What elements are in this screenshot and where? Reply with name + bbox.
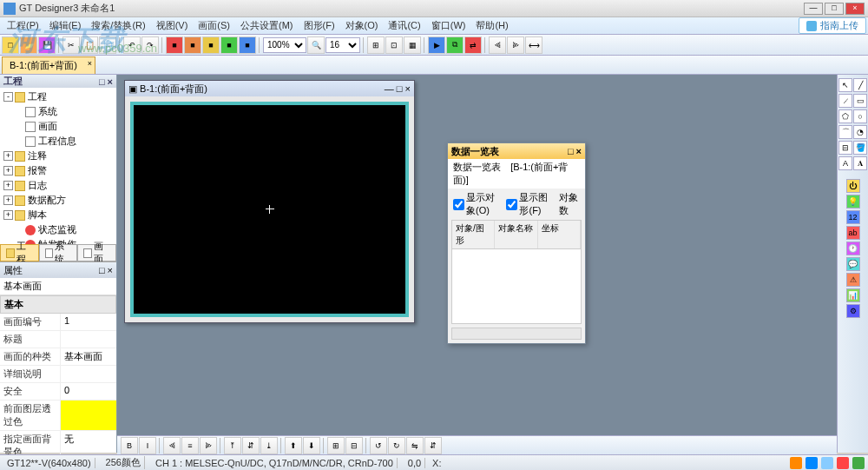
project-tree[interactable]: -工程系统画面工程信息+注释+报警+日志+数据配方+脚本状态监视触发动作时间动作… [0, 88, 116, 244]
minimize-button[interactable]: — [804, 3, 823, 15]
property-row[interactable]: 安全0 [0, 383, 116, 400]
logo-text-tool[interactable]: 𝐀 [853, 156, 867, 170]
tree-node[interactable]: +脚本 [2, 208, 115, 222]
tree-node[interactable]: -工程 [2, 89, 115, 104]
align-left-button[interactable]: ⫷ [163, 437, 181, 454]
align-center-button[interactable]: ≡ [181, 437, 199, 454]
data-list-table[interactable]: 对象/图形 对象名称 坐标 [451, 220, 582, 324]
project-panel-pin[interactable]: □ × [99, 76, 113, 87]
properties-pin[interactable]: □ × [99, 265, 113, 275]
screen-editor-window[interactable]: ▣ B-1:(前面+背面) — □ × [124, 80, 415, 323]
property-value[interactable] [61, 366, 116, 382]
redo-button[interactable]: ↷ [141, 36, 159, 54]
tray-icon-3[interactable] [821, 457, 833, 469]
tree-node[interactable]: 工程信息 [2, 134, 115, 149]
menu-item-10[interactable]: 帮助(H) [470, 17, 513, 34]
align-bottom-button[interactable]: ⤓ [260, 437, 278, 454]
dialog-scrollbar[interactable] [451, 328, 582, 340]
ungroup-button[interactable]: ⊟ [345, 437, 363, 454]
tray-icon-2[interactable] [806, 457, 818, 469]
align-top-button[interactable]: ⤒ [224, 437, 241, 454]
dialog-close-button[interactable]: × [576, 146, 582, 156]
open-button[interactable]: 📂 [20, 36, 37, 54]
property-value[interactable] [61, 400, 116, 430]
tb-c[interactable]: ■ [202, 36, 220, 54]
tree-node[interactable]: +数据配方 [2, 193, 115, 208]
tray-icon-5[interactable] [852, 457, 865, 469]
preview-button[interactable]: ▶ [428, 36, 445, 54]
undo-button[interactable]: ↶ [123, 36, 141, 54]
panel-tab-工程[interactable]: 工程 [0, 244, 39, 261]
new-button[interactable]: □ [2, 36, 19, 54]
save-button[interactable]: 💾 [38, 36, 56, 54]
show-objects-checkbox[interactable]: 显示对象(O) [453, 191, 501, 217]
graph-tool[interactable]: 📊 [846, 288, 860, 302]
tree-expand-icon[interactable]: + [3, 181, 13, 190]
sector-tool[interactable]: ◔ [853, 125, 867, 139]
property-value[interactable]: 1 [61, 314, 116, 330]
bring-front-button[interactable]: ⬆ [285, 437, 302, 454]
switch-tool[interactable]: ⏻ [846, 179, 860, 193]
menu-item-6[interactable]: 图形(F) [299, 17, 340, 34]
flip-h-button[interactable]: ⇋ [406, 437, 424, 454]
tree-expand-icon[interactable]: + [3, 166, 13, 175]
dialog-pin-button[interactable]: □ [568, 146, 574, 156]
ascii-tool[interactable]: ab [846, 226, 860, 240]
zoom-out-button[interactable]: 🔍 [307, 36, 325, 54]
document-tab[interactable]: B-1:(前面+背面)× [2, 56, 95, 74]
scale-tool[interactable]: ⊟ [838, 141, 852, 155]
send-back-button[interactable]: ⬇ [303, 437, 320, 454]
tree-expand-icon[interactable]: + [3, 151, 13, 161]
rect-tool[interactable]: ▭ [853, 94, 867, 108]
bold-button[interactable]: B [121, 437, 138, 454]
snap-button[interactable]: ⊡ [385, 36, 403, 54]
lamp-tool[interactable]: 💡 [846, 195, 860, 209]
copy-button[interactable]: 📋 [81, 36, 98, 54]
property-value[interactable]: 基本画面 [61, 348, 116, 365]
numeric-tool[interactable]: 12 [846, 210, 860, 224]
group-button[interactable]: ⊞ [327, 437, 345, 454]
menu-item-2[interactable]: 搜索/替换(R) [86, 17, 150, 34]
circle-tool[interactable]: ○ [853, 109, 867, 123]
cut-button[interactable]: ✂ [62, 36, 80, 54]
arc-tool[interactable]: ⌒ [838, 125, 852, 139]
tb-d[interactable]: ■ [220, 36, 238, 54]
property-value[interactable] [61, 331, 116, 348]
menu-item-4[interactable]: 画面(S) [193, 17, 235, 34]
menu-item-5[interactable]: 公共设置(M) [235, 17, 299, 34]
property-row[interactable]: 详细说明 [0, 366, 116, 383]
grid-size-select[interactable]: 16 [326, 37, 360, 53]
comment-tool[interactable]: 💬 [846, 257, 860, 271]
parts-tool[interactable]: ⚙ [846, 304, 860, 318]
flip-v-button[interactable]: ⇵ [424, 437, 442, 454]
menu-item-8[interactable]: 通讯(C) [383, 17, 425, 34]
upload-guide-button[interactable]: 指南上传 [799, 17, 866, 34]
transfer-button[interactable]: ⇄ [464, 36, 482, 54]
align-right-button[interactable]: ⫸ [200, 437, 217, 454]
tree-node[interactable]: +报警 [2, 163, 115, 178]
tray-icon-4[interactable] [837, 457, 849, 469]
paste-button[interactable]: 📄 [99, 36, 116, 54]
paint-tool[interactable]: 🪣 [853, 141, 867, 155]
menu-item-9[interactable]: 窗口(W) [426, 17, 471, 34]
property-row[interactable]: 前面图层透过色 [0, 400, 116, 431]
tree-expand-icon[interactable]: - [3, 92, 13, 102]
tb-e[interactable]: ■ [239, 36, 256, 54]
panel-tab-系统[interactable]: 系统 [39, 244, 78, 261]
property-value[interactable]: 0 [61, 383, 116, 400]
data-list-dialog[interactable]: 数据一览表 □ × 数据一览表 [B-1:(前面+背面)] 显示对象(O) 显示… [447, 142, 586, 344]
property-row[interactable]: 画面的种类基本画面 [0, 348, 116, 366]
rotate-right-button[interactable]: ↻ [388, 437, 405, 454]
editor-close-button[interactable]: × [405, 83, 411, 94]
panel-tab-画面[interactable]: 画面 [77, 244, 116, 261]
menu-item-0[interactable]: 工程(P) [2, 17, 44, 34]
align-r-button[interactable]: ⟷ [525, 36, 542, 54]
tree-node[interactable]: +注释 [2, 149, 115, 163]
tree-expand-icon[interactable]: + [3, 195, 13, 205]
editor-maximize-button[interactable]: □ [397, 83, 403, 94]
alarm-tool[interactable]: ⚠ [846, 273, 860, 287]
tree-node[interactable]: +日志 [2, 178, 115, 193]
zoom-select[interactable]: 100% [263, 37, 306, 53]
rotate-left-button[interactable]: ↺ [370, 437, 387, 454]
align-middle-button[interactable]: ⇵ [242, 437, 260, 454]
